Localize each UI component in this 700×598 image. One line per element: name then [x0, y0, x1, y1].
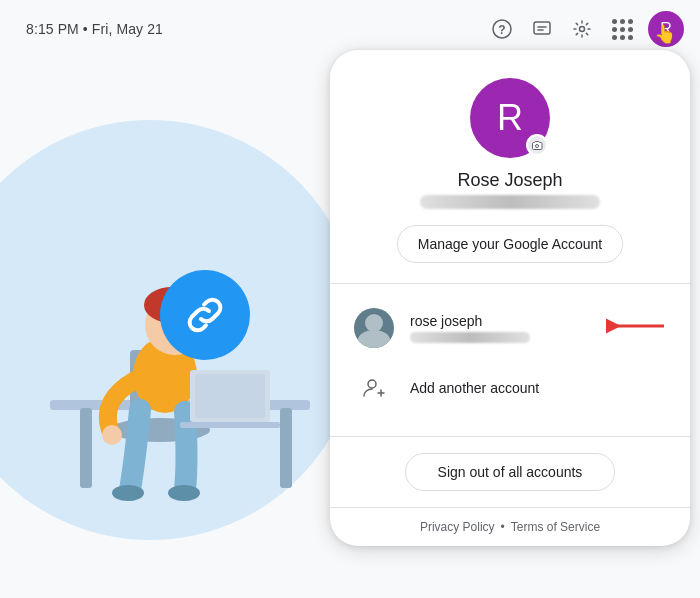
svg-rect-1 [80, 408, 92, 488]
account-avatar-button[interactable]: R 👆 [648, 11, 684, 47]
user-name: Rose Joseph [457, 170, 562, 191]
help-icon[interactable]: ? [488, 15, 516, 43]
footer-separator: • [501, 520, 505, 534]
privacy-policy-link[interactable]: Privacy Policy [420, 520, 495, 534]
svg-text:?: ? [498, 23, 505, 37]
settings-icon[interactable] [568, 15, 596, 43]
svg-rect-12 [195, 374, 265, 418]
panel-header: R Rose Joseph Manage your Google Account [330, 50, 690, 284]
svg-point-10 [168, 485, 200, 501]
panel-footer: Privacy Policy • Terms of Service [330, 508, 690, 546]
svg-point-9 [112, 485, 144, 501]
account-section: rose joseph [330, 284, 690, 437]
red-arrow-indicator [606, 312, 666, 344]
chat-icon[interactable] [528, 15, 556, 43]
svg-point-8 [102, 425, 122, 445]
signout-button[interactable]: Sign out of all accounts [405, 453, 616, 491]
top-bar-right: ? R 👆 [488, 11, 684, 47]
cursor-indicator: 👆 [654, 23, 676, 45]
camera-badge[interactable] [526, 134, 548, 156]
svg-rect-2 [280, 408, 292, 488]
svg-point-21 [368, 380, 376, 388]
add-account-item[interactable]: Add another account [330, 356, 690, 420]
top-bar-left: 8:15 PM • Fri, May 21 [16, 21, 488, 37]
user-avatar-initial: R [497, 97, 523, 139]
time-display: 8:15 PM • Fri, May 21 [26, 21, 163, 37]
link-icon-circle [160, 270, 250, 360]
account-dropdown-panel: R Rose Joseph Manage your Google Account… [330, 50, 690, 546]
manage-account-button[interactable]: Manage your Google Account [397, 225, 623, 263]
add-account-icon [354, 368, 394, 408]
account-item[interactable]: rose joseph [330, 300, 690, 356]
grid-icon [612, 19, 633, 40]
account-email [410, 332, 530, 343]
user-avatar-large: R [470, 78, 550, 158]
svg-point-17 [580, 27, 585, 32]
svg-rect-13 [180, 422, 280, 428]
apps-icon[interactable] [608, 15, 636, 43]
account-avatar [354, 308, 394, 348]
terms-of-service-link[interactable]: Terms of Service [511, 520, 600, 534]
user-email [420, 195, 600, 209]
add-account-label: Add another account [410, 380, 539, 396]
signout-section: Sign out of all accounts [330, 437, 690, 508]
svg-rect-16 [534, 22, 550, 34]
